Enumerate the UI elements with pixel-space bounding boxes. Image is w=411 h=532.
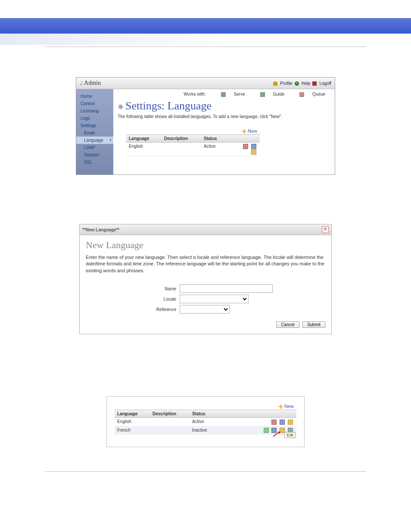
nav-control[interactable]: Control <box>76 100 113 107</box>
help-icon: ? <box>295 81 299 86</box>
nav-session[interactable]: Session <box>76 151 113 159</box>
nav-licensing[interactable]: Licensing <box>76 107 113 115</box>
works-serve: Serve <box>234 92 245 96</box>
reference-select[interactable] <box>180 305 230 314</box>
annotation-arrow <box>272 430 282 437</box>
works-with-row: Works with: Serve Guide Queue <box>118 92 330 97</box>
locale-select[interactable] <box>180 295 249 303</box>
cell-language: French <box>115 426 150 434</box>
plus-icon <box>279 404 283 409</box>
user-icon <box>273 81 277 86</box>
header-fade <box>0 34 411 45</box>
profile-link[interactable]: Profile <box>280 81 292 86</box>
new-link[interactable]: New <box>126 128 260 134</box>
col-status: Status <box>201 135 232 142</box>
disable-icon[interactable] <box>243 144 248 149</box>
cancel-button[interactable]: Cancel <box>276 321 299 328</box>
table-header: Language Description Status <box>115 410 296 418</box>
page-title: Settings: Language <box>118 100 330 112</box>
nav-ssl[interactable]: SSL <box>76 159 113 166</box>
submit-button[interactable]: Submit <box>302 321 325 328</box>
col-language: Language <box>126 135 162 142</box>
checkbox-icon <box>260 92 265 97</box>
checkbox-icon <box>221 92 226 97</box>
logoff-link[interactable]: Logoff <box>319 81 331 86</box>
cell-status: Inactive <box>190 426 221 434</box>
table-header: Language Description Status <box>126 134 260 143</box>
table-row: English Active <box>126 143 260 156</box>
nav-settings[interactable]: Settings <box>76 122 113 129</box>
dialog-paragraph: Enter the name of your new language. The… <box>86 254 325 274</box>
plus-icon <box>242 129 246 134</box>
admin-title: .: Admin <box>80 80 101 87</box>
dialog-bartext: **New Language** <box>82 227 119 232</box>
header-links: Profile ?Help Logoff <box>272 81 331 86</box>
disable-icon[interactable] <box>271 420 277 425</box>
enable-icon[interactable] <box>264 428 269 433</box>
works-guide: Guide <box>273 92 285 96</box>
col-description: Description <box>150 410 190 417</box>
divider <box>45 47 366 47</box>
cell-actions <box>221 418 296 426</box>
admin-titlebar: .: Admin Profile ?Help Logoff <box>76 78 335 89</box>
reference-label: Reference <box>86 307 180 312</box>
refresh-icon[interactable] <box>251 144 256 149</box>
cell-status: Active <box>190 418 221 426</box>
name-input[interactable] <box>180 284 273 293</box>
col-description: Description <box>162 135 201 142</box>
dialog-titlebar: **New Language** × <box>80 224 331 235</box>
nav-logs[interactable]: Logs <box>76 115 113 122</box>
page-subtext: The following table shows all installed … <box>118 114 330 119</box>
edit-tooltip: Edit <box>284 432 296 438</box>
cell-status: Active <box>201 143 232 156</box>
table-row: English Active <box>115 418 296 426</box>
dialog-heading: New Language <box>86 240 325 251</box>
nav-home[interactable]: Home <box>76 93 113 100</box>
col-language: Language <box>115 410 150 417</box>
cell-language: English <box>126 143 162 156</box>
col-status: Status <box>190 410 221 417</box>
language-table: New Language Description Status English … <box>126 128 260 156</box>
cell-description <box>150 426 190 434</box>
nav-email[interactable]: Email <box>76 129 113 137</box>
close-icon[interactable]: × <box>322 226 329 233</box>
works-queue: Queue <box>312 92 325 96</box>
cell-description <box>162 143 201 156</box>
cell-actions <box>232 143 260 156</box>
help-link[interactable]: Help <box>302 81 311 86</box>
header-band <box>0 18 411 34</box>
edit-icon[interactable] <box>251 149 256 155</box>
sidebar: Home Control Licensing Logs Settings Ema… <box>76 89 113 174</box>
logoff-icon <box>312 81 317 86</box>
cell-language: English <box>115 418 150 426</box>
edit-icon[interactable] <box>288 420 293 425</box>
nav-ldap[interactable]: LDAP <box>76 144 113 151</box>
works-with-label: Works with: <box>184 92 206 96</box>
cell-description <box>150 418 190 426</box>
gear-icon <box>118 104 124 110</box>
locale-label: Locale <box>86 297 180 302</box>
screenshot-admin-language: .: Admin Profile ?Help Logoff Home Contr… <box>76 77 335 175</box>
screenshot-new-language-dialog: **New Language** × New Language Enter th… <box>79 224 332 334</box>
checkbox-icon <box>299 92 304 97</box>
screenshot-language-table-edit: New Language Description Status English … <box>106 396 305 447</box>
name-label: Name <box>86 286 180 291</box>
language-table: New Language Description Status English … <box>115 403 296 435</box>
nav-language[interactable]: Language <box>76 137 113 144</box>
table-row: French Inactive <box>115 426 296 435</box>
refresh-icon[interactable] <box>280 420 285 425</box>
new-link[interactable]: New <box>115 403 296 410</box>
main-content: Works with: Serve Guide Queue Settings: … <box>113 89 335 174</box>
